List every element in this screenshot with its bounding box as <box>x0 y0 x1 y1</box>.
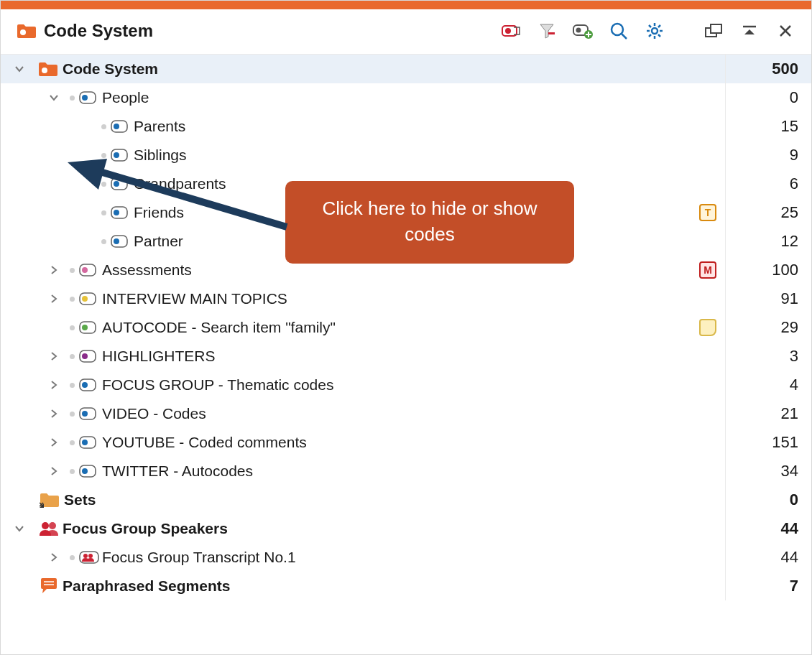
tree-item-focusgroup[interactable]: FOCUS GROUP - Thematic codes 4 <box>1 371 811 399</box>
tree-item-parents[interactable]: Parents 15 <box>1 112 811 141</box>
memo-badge-m[interactable]: M <box>699 261 716 279</box>
activation-dot[interactable] <box>101 210 106 215</box>
search-button[interactable] <box>606 18 632 44</box>
tree-item-focus-speakers[interactable]: Focus Group Speakers 44 <box>1 514 811 543</box>
tree-root-row[interactable]: Code System 500 <box>1 55 811 83</box>
settings-button[interactable] <box>642 18 668 44</box>
svg-point-9 <box>652 28 658 34</box>
collapse-button[interactable] <box>737 18 762 44</box>
code-tree: Code System 500 People 0 Parents 15 Sibl… <box>1 55 811 600</box>
tree-item-label: VIDEO - Codes <box>102 405 725 422</box>
tree-item-twitter[interactable]: TWITTER - Autocodes 34 <box>1 457 811 486</box>
chevron-right-icon[interactable] <box>49 351 59 361</box>
svg-line-16 <box>658 25 660 27</box>
filter-button[interactable] <box>534 18 560 44</box>
chevron-down-icon[interactable] <box>14 524 24 534</box>
svg-point-35 <box>114 238 119 244</box>
tree-item-count: 15 <box>725 112 804 141</box>
activation-dot[interactable] <box>101 182 106 187</box>
tree-item-count: 0 <box>725 486 804 514</box>
tree-item-label: INTERVIEW MAIN TOPICS <box>102 290 725 307</box>
activation-dot[interactable] <box>70 268 75 273</box>
svg-line-8 <box>622 34 627 39</box>
tree-item-count: 44 <box>725 543 804 572</box>
chevron-right-icon[interactable] <box>49 552 59 562</box>
speaker-code-icon <box>79 550 99 565</box>
tree-item-count: 4 <box>725 371 804 399</box>
code-icon <box>79 378 99 392</box>
activate-codes-button[interactable] <box>498 18 524 44</box>
sets-folder-icon <box>40 492 60 508</box>
code-icon <box>111 234 131 248</box>
chevron-right-icon[interactable] <box>49 437 59 447</box>
memo-badge-t[interactable]: T <box>699 204 716 221</box>
activation-dot[interactable] <box>101 153 106 158</box>
tree-item-highlighters[interactable]: HIGHLIGHTERS 3 <box>1 342 811 371</box>
tree-item-count: 6 <box>725 169 804 198</box>
tree-root-label: Code System <box>63 60 725 78</box>
code-system-folder-icon <box>17 23 37 39</box>
tree-item-transcript1[interactable]: Focus Group Transcript No.1 44 <box>1 543 811 572</box>
code-icon <box>79 349 99 363</box>
svg-point-47 <box>82 411 88 417</box>
svg-point-5 <box>576 28 581 33</box>
activation-dot[interactable] <box>70 555 75 560</box>
tree-item-siblings[interactable]: Siblings 9 <box>1 141 811 169</box>
tree-item-label: FOCUS GROUP - Thematic codes <box>102 376 725 394</box>
svg-point-0 <box>20 29 26 35</box>
tree-item-interview[interactable]: INTERVIEW MAIN TOPICS 91 <box>1 284 811 313</box>
activation-dot[interactable] <box>101 239 106 244</box>
svg-point-23 <box>42 68 47 73</box>
svg-point-43 <box>82 353 88 359</box>
tree-item-count: 21 <box>725 399 804 428</box>
new-code-button[interactable] <box>570 18 596 44</box>
svg-line-15 <box>658 34 660 37</box>
activation-dot[interactable] <box>70 383 75 388</box>
svg-point-56 <box>83 554 88 558</box>
help-callout: Click here to hide or show codes <box>285 181 574 264</box>
activation-dot[interactable] <box>101 124 106 129</box>
activation-dot[interactable] <box>70 325 75 330</box>
code-icon <box>79 435 99 450</box>
svg-point-53 <box>42 522 49 529</box>
chevron-right-icon[interactable] <box>49 466 59 476</box>
chevron-right-icon[interactable] <box>49 294 59 304</box>
activation-dot[interactable] <box>70 354 75 359</box>
tree-item-sets[interactable]: Sets 0 <box>1 486 811 514</box>
close-button[interactable] <box>772 18 798 44</box>
chevron-down-icon[interactable] <box>14 64 24 74</box>
svg-point-49 <box>82 440 88 445</box>
tree-item-paraphrased[interactable]: Paraphrased Segments 7 <box>1 572 811 600</box>
chevron-down-icon[interactable] <box>49 93 59 103</box>
svg-point-31 <box>114 181 119 187</box>
tree-item-youtube[interactable]: YOUTUBE - Coded comments 151 <box>1 428 811 457</box>
svg-point-2 <box>505 28 511 34</box>
svg-line-17 <box>649 34 651 37</box>
tree-item-autocode[interactable]: AUTOCODE - Search item "family" 29 <box>1 313 811 342</box>
svg-point-7 <box>612 24 623 35</box>
activation-dot[interactable] <box>70 297 75 302</box>
svg-point-37 <box>82 267 88 273</box>
undock-button[interactable] <box>701 18 726 44</box>
activation-dot[interactable] <box>70 96 75 101</box>
svg-point-45 <box>82 382 88 388</box>
chevron-right-icon[interactable] <box>49 380 59 390</box>
tree-root-count: 500 <box>725 55 804 83</box>
memo-badge-blank[interactable] <box>699 319 716 336</box>
activation-dot[interactable] <box>70 412 75 417</box>
tree-item-video[interactable]: VIDEO - Codes 21 <box>1 399 811 428</box>
tree-item-label: Focus Group Speakers <box>63 520 725 537</box>
activation-dot[interactable] <box>70 440 75 445</box>
tree-item-label: YOUTUBE - Coded comments <box>102 434 725 451</box>
chevron-right-icon[interactable] <box>49 409 59 419</box>
svg-line-14 <box>649 25 651 27</box>
chevron-right-icon[interactable] <box>49 265 59 275</box>
code-icon <box>79 320 99 335</box>
code-icon <box>79 263 99 277</box>
tree-item-label: Paraphrased Segments <box>63 577 725 595</box>
tree-item-label: Parents <box>134 118 725 135</box>
activation-dot[interactable] <box>70 469 75 474</box>
code-icon <box>79 464 99 478</box>
tree-item-people[interactable]: People 0 <box>1 83 811 112</box>
code-icon <box>79 407 99 421</box>
